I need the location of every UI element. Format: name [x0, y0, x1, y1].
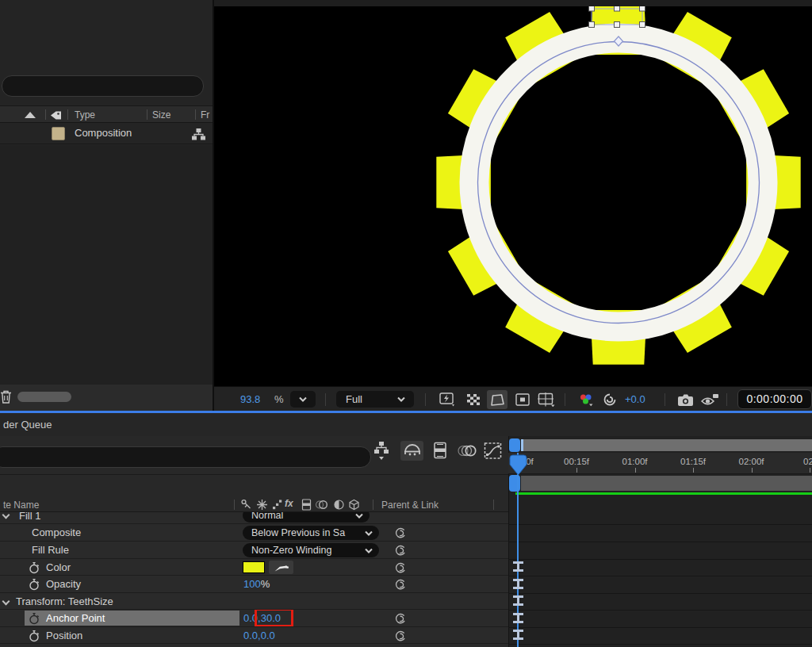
viewer-toolbar: 93.8 % Full — [214, 386, 812, 411]
column-type[interactable]: Type — [75, 109, 95, 121]
transparency-grid-button[interactable] — [463, 390, 484, 409]
layer-duration-ibeam — [513, 561, 523, 572]
snapshot-camera-icon[interactable] — [676, 390, 696, 409]
stopwatch-icon[interactable] — [29, 578, 40, 591]
graph-editor-button[interactable] — [484, 442, 503, 461]
dropdown-value: Non-Zero Winding — [251, 545, 331, 556]
mask-visibility-button[interactable] — [487, 390, 508, 409]
after-effects-window: Type Size Fr Composition — [0, 0, 812, 647]
motion-blur-column-icon — [315, 499, 329, 511]
property-row-composite[interactable]: Composite Below Previous in Sa — [0, 524, 508, 542]
ruler-label: 00:15f — [564, 457, 589, 466]
tab-render-queue[interactable]: der Queue — [3, 419, 52, 431]
playhead-icon[interactable] — [509, 454, 527, 476]
eyedropper-button[interactable] — [269, 561, 293, 574]
composition-canvas[interactable] — [214, 6, 812, 386]
group-row-transform-teethsize[interactable]: Transform: TeethSize — [0, 593, 508, 610]
fill-rule-dropdown[interactable]: Non-Zero Winding — [243, 543, 379, 557]
project-panel: Type Size Fr Composition — [0, 0, 213, 411]
collapse-transformations-icon — [256, 499, 268, 511]
motion-blur-button[interactable] — [458, 443, 478, 458]
project-list-empty-area — [0, 145, 213, 385]
layer-duration-ibeam — [513, 630, 523, 640]
color-label-swatch[interactable] — [52, 127, 65, 140]
frame-blending-button[interactable] — [431, 442, 449, 461]
opacity-value[interactable]: 100% — [243, 578, 270, 590]
composite-dropdown[interactable]: Below Previous in Sa — [243, 526, 379, 540]
show-snapshot-eye-icon[interactable] — [699, 390, 720, 409]
pick-whip-icon[interactable] — [394, 578, 406, 591]
property-row-color[interactable]: Color — [0, 559, 508, 576]
safe-margins-button[interactable] — [536, 390, 557, 409]
timeline-track-area: 0:00f 00:15f 01:00f 01:15f 02:00f 02: — [508, 436, 812, 647]
property-row-fill-rule[interactable]: Fill Rule Non-Zero Winding — [0, 542, 508, 559]
project-search-field[interactable] — [2, 75, 204, 97]
property-row-position[interactable]: Position 0.0,0.0 — [0, 627, 508, 644]
channel-rgb-button[interactable] — [576, 390, 596, 409]
magnification-dropdown[interactable] — [290, 391, 316, 408]
layer-duration-ibeam — [513, 595, 523, 606]
pick-whip-icon[interactable] — [394, 612, 406, 625]
timeline-panel: der Queue — [0, 413, 812, 647]
column-frame-rate[interactable]: Fr — [201, 109, 209, 121]
project-panel-footer — [0, 385, 213, 411]
3d-layer-cube-icon — [348, 499, 360, 511]
pick-whip-icon[interactable] — [394, 526, 406, 539]
property-row-scale[interactable]: Scale 100.0,100.0% — [0, 644, 508, 647]
value-number: 100 — [243, 578, 261, 590]
current-time-field[interactable]: 0:00:00:00 — [737, 389, 812, 409]
name-column-header[interactable]: te Name — [3, 500, 39, 511]
row-name: Position — [46, 630, 82, 641]
stopwatch-icon[interactable] — [29, 612, 40, 625]
layer-row-fill-1[interactable]: Fill 1 Normal — [0, 512, 508, 524]
parent-link-column-header[interactable]: Parent & Link — [381, 500, 439, 511]
resolution-value: Full — [346, 393, 362, 405]
pick-whip-icon[interactable] — [394, 561, 406, 574]
shy-layers-button[interactable] — [400, 441, 423, 461]
chevron-down-icon — [364, 548, 373, 554]
effects-fx-icon: fx — [285, 498, 293, 509]
time-navigator-bar[interactable] — [521, 439, 812, 451]
value-unit: % — [261, 578, 270, 590]
sort-arrow-icon[interactable] — [25, 112, 36, 118]
timeline-search-field[interactable] — [0, 446, 371, 468]
stopwatch-icon[interactable] — [29, 630, 40, 642]
color-swatch[interactable] — [243, 561, 265, 573]
work-area-bar[interactable] — [521, 476, 812, 491]
property-row-anchor-point[interactable]: Anchor Point 0.0,30.0 — [0, 610, 508, 627]
composition-mini-flowchart-button[interactable] — [373, 441, 393, 463]
column-size[interactable]: Size — [152, 109, 170, 121]
ruler-label: 01:15f — [680, 457, 706, 466]
horizontal-scrollbar[interactable] — [17, 392, 71, 402]
row-name: Composite — [32, 526, 81, 538]
time-navigator-start-handle[interactable] — [509, 438, 520, 452]
reset-exposure-icon[interactable] — [599, 390, 620, 409]
chevron-down-icon — [396, 396, 406, 403]
pick-whip-icon[interactable] — [394, 544, 406, 557]
label-tag-icon[interactable] — [49, 109, 63, 121]
position-value[interactable]: 0.0,0.0 — [243, 630, 275, 641]
quality-toggle-icon — [271, 499, 283, 511]
time-ruler[interactable]: 0:00f 00:15f 01:00f 01:15f 02:00f 02: — [508, 453, 812, 474]
layer-duration-ibeam — [513, 613, 523, 623]
chevron-down-icon — [354, 513, 364, 519]
ruler-label: 02: — [803, 457, 812, 466]
magnification-value[interactable]: 93.8 — [240, 393, 260, 405]
region-of-interest-button[interactable] — [512, 390, 533, 409]
composition-viewer-panel: 93.8 % Full — [214, 0, 812, 411]
project-item-row[interactable]: Composition — [0, 124, 213, 144]
row-name: Color — [46, 561, 71, 573]
row-name: Fill 1 — [19, 512, 40, 522]
stopwatch-icon[interactable] — [29, 561, 40, 574]
resolution-dropdown[interactable]: Full — [336, 391, 414, 408]
adjustment-layer-icon — [333, 499, 345, 511]
project-column-header: Type Size Fr — [0, 105, 213, 123]
dropdown-value: Below Previous in Sa — [251, 527, 358, 538]
trash-icon[interactable] — [0, 389, 12, 404]
layer-duration-ibeam — [513, 579, 523, 589]
exposure-value[interactable]: +0.0 — [625, 393, 645, 405]
blend-mode-dropdown[interactable]: Normal — [243, 512, 370, 523]
pick-whip-icon[interactable] — [394, 630, 406, 642]
property-row-opacity[interactable]: Opacity 100% — [0, 576, 508, 593]
fast-preview-button[interactable] — [438, 390, 458, 409]
